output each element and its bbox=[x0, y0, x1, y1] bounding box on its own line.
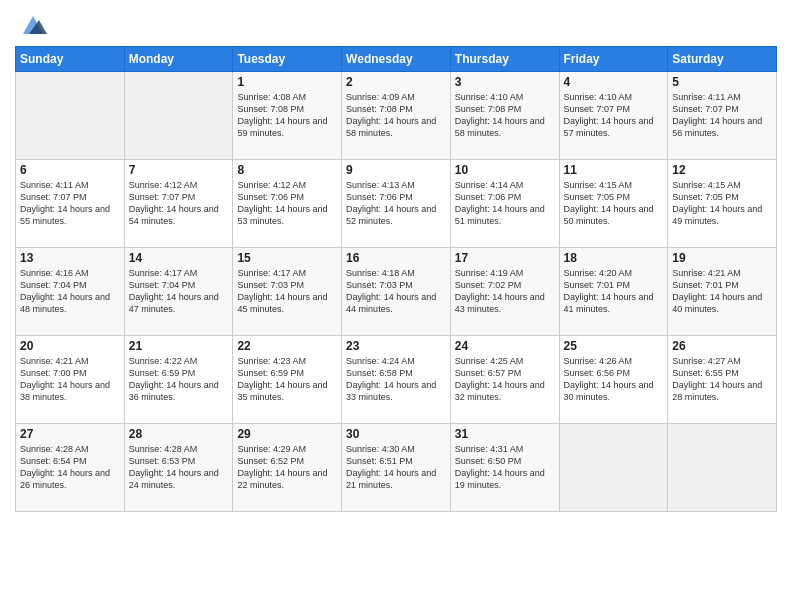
day-number: 5 bbox=[672, 75, 772, 89]
cell-content: Sunrise: 4:26 AMSunset: 6:56 PMDaylight:… bbox=[564, 355, 664, 404]
day-number: 18 bbox=[564, 251, 664, 265]
calendar-table: SundayMondayTuesdayWednesdayThursdayFrid… bbox=[15, 46, 777, 512]
calendar-cell: 18 Sunrise: 4:20 AMSunset: 7:01 PMDaylig… bbox=[559, 248, 668, 336]
calendar-cell: 1 Sunrise: 4:08 AMSunset: 7:08 PMDayligh… bbox=[233, 72, 342, 160]
cell-content: Sunrise: 4:10 AMSunset: 7:07 PMDaylight:… bbox=[564, 91, 664, 140]
calendar-cell: 22 Sunrise: 4:23 AMSunset: 6:59 PMDaylig… bbox=[233, 336, 342, 424]
cell-content: Sunrise: 4:13 AMSunset: 7:06 PMDaylight:… bbox=[346, 179, 446, 228]
weekday-header-row: SundayMondayTuesdayWednesdayThursdayFrid… bbox=[16, 47, 777, 72]
day-number: 10 bbox=[455, 163, 555, 177]
calendar-cell bbox=[668, 424, 777, 512]
cell-content: Sunrise: 4:23 AMSunset: 6:59 PMDaylight:… bbox=[237, 355, 337, 404]
day-number: 26 bbox=[672, 339, 772, 353]
page: SundayMondayTuesdayWednesdayThursdayFrid… bbox=[0, 0, 792, 612]
cell-content: Sunrise: 4:17 AMSunset: 7:03 PMDaylight:… bbox=[237, 267, 337, 316]
day-number: 17 bbox=[455, 251, 555, 265]
calendar-cell: 3 Sunrise: 4:10 AMSunset: 7:08 PMDayligh… bbox=[450, 72, 559, 160]
day-number: 25 bbox=[564, 339, 664, 353]
weekday-header-tuesday: Tuesday bbox=[233, 47, 342, 72]
cell-content: Sunrise: 4:12 AMSunset: 7:06 PMDaylight:… bbox=[237, 179, 337, 228]
cell-content: Sunrise: 4:16 AMSunset: 7:04 PMDaylight:… bbox=[20, 267, 120, 316]
day-number: 12 bbox=[672, 163, 772, 177]
logo-icon bbox=[19, 10, 47, 38]
weekday-header-thursday: Thursday bbox=[450, 47, 559, 72]
day-number: 22 bbox=[237, 339, 337, 353]
day-number: 31 bbox=[455, 427, 555, 441]
day-number: 9 bbox=[346, 163, 446, 177]
day-number: 8 bbox=[237, 163, 337, 177]
day-number: 15 bbox=[237, 251, 337, 265]
calendar-cell: 6 Sunrise: 4:11 AMSunset: 7:07 PMDayligh… bbox=[16, 160, 125, 248]
calendar-cell: 31 Sunrise: 4:31 AMSunset: 6:50 PMDaylig… bbox=[450, 424, 559, 512]
calendar-week-5: 27 Sunrise: 4:28 AMSunset: 6:54 PMDaylig… bbox=[16, 424, 777, 512]
calendar-cell: 29 Sunrise: 4:29 AMSunset: 6:52 PMDaylig… bbox=[233, 424, 342, 512]
header bbox=[15, 10, 777, 38]
calendar-cell: 20 Sunrise: 4:21 AMSunset: 7:00 PMDaylig… bbox=[16, 336, 125, 424]
calendar-cell: 2 Sunrise: 4:09 AMSunset: 7:08 PMDayligh… bbox=[342, 72, 451, 160]
day-number: 13 bbox=[20, 251, 120, 265]
calendar-cell: 11 Sunrise: 4:15 AMSunset: 7:05 PMDaylig… bbox=[559, 160, 668, 248]
cell-content: Sunrise: 4:25 AMSunset: 6:57 PMDaylight:… bbox=[455, 355, 555, 404]
calendar-cell: 13 Sunrise: 4:16 AMSunset: 7:04 PMDaylig… bbox=[16, 248, 125, 336]
cell-content: Sunrise: 4:20 AMSunset: 7:01 PMDaylight:… bbox=[564, 267, 664, 316]
calendar-cell: 12 Sunrise: 4:15 AMSunset: 7:05 PMDaylig… bbox=[668, 160, 777, 248]
day-number: 6 bbox=[20, 163, 120, 177]
cell-content: Sunrise: 4:11 AMSunset: 7:07 PMDaylight:… bbox=[672, 91, 772, 140]
cell-content: Sunrise: 4:27 AMSunset: 6:55 PMDaylight:… bbox=[672, 355, 772, 404]
logo bbox=[15, 10, 47, 38]
day-number: 1 bbox=[237, 75, 337, 89]
cell-content: Sunrise: 4:19 AMSunset: 7:02 PMDaylight:… bbox=[455, 267, 555, 316]
cell-content: Sunrise: 4:24 AMSunset: 6:58 PMDaylight:… bbox=[346, 355, 446, 404]
calendar-cell: 17 Sunrise: 4:19 AMSunset: 7:02 PMDaylig… bbox=[450, 248, 559, 336]
day-number: 4 bbox=[564, 75, 664, 89]
day-number: 27 bbox=[20, 427, 120, 441]
calendar-cell bbox=[559, 424, 668, 512]
cell-content: Sunrise: 4:08 AMSunset: 7:08 PMDaylight:… bbox=[237, 91, 337, 140]
cell-content: Sunrise: 4:28 AMSunset: 6:54 PMDaylight:… bbox=[20, 443, 120, 492]
cell-content: Sunrise: 4:10 AMSunset: 7:08 PMDaylight:… bbox=[455, 91, 555, 140]
calendar-cell: 25 Sunrise: 4:26 AMSunset: 6:56 PMDaylig… bbox=[559, 336, 668, 424]
weekday-header-monday: Monday bbox=[124, 47, 233, 72]
cell-content: Sunrise: 4:21 AMSunset: 7:00 PMDaylight:… bbox=[20, 355, 120, 404]
cell-content: Sunrise: 4:31 AMSunset: 6:50 PMDaylight:… bbox=[455, 443, 555, 492]
day-number: 24 bbox=[455, 339, 555, 353]
day-number: 7 bbox=[129, 163, 229, 177]
calendar-cell: 27 Sunrise: 4:28 AMSunset: 6:54 PMDaylig… bbox=[16, 424, 125, 512]
calendar-cell: 19 Sunrise: 4:21 AMSunset: 7:01 PMDaylig… bbox=[668, 248, 777, 336]
calendar-cell: 24 Sunrise: 4:25 AMSunset: 6:57 PMDaylig… bbox=[450, 336, 559, 424]
cell-content: Sunrise: 4:18 AMSunset: 7:03 PMDaylight:… bbox=[346, 267, 446, 316]
calendar-cell: 4 Sunrise: 4:10 AMSunset: 7:07 PMDayligh… bbox=[559, 72, 668, 160]
calendar-week-2: 6 Sunrise: 4:11 AMSunset: 7:07 PMDayligh… bbox=[16, 160, 777, 248]
day-number: 23 bbox=[346, 339, 446, 353]
cell-content: Sunrise: 4:17 AMSunset: 7:04 PMDaylight:… bbox=[129, 267, 229, 316]
day-number: 11 bbox=[564, 163, 664, 177]
cell-content: Sunrise: 4:12 AMSunset: 7:07 PMDaylight:… bbox=[129, 179, 229, 228]
weekday-header-sunday: Sunday bbox=[16, 47, 125, 72]
calendar-cell: 14 Sunrise: 4:17 AMSunset: 7:04 PMDaylig… bbox=[124, 248, 233, 336]
calendar-cell: 30 Sunrise: 4:30 AMSunset: 6:51 PMDaylig… bbox=[342, 424, 451, 512]
cell-content: Sunrise: 4:22 AMSunset: 6:59 PMDaylight:… bbox=[129, 355, 229, 404]
cell-content: Sunrise: 4:09 AMSunset: 7:08 PMDaylight:… bbox=[346, 91, 446, 140]
calendar-week-4: 20 Sunrise: 4:21 AMSunset: 7:00 PMDaylig… bbox=[16, 336, 777, 424]
cell-content: Sunrise: 4:29 AMSunset: 6:52 PMDaylight:… bbox=[237, 443, 337, 492]
day-number: 30 bbox=[346, 427, 446, 441]
day-number: 2 bbox=[346, 75, 446, 89]
calendar-cell: 15 Sunrise: 4:17 AMSunset: 7:03 PMDaylig… bbox=[233, 248, 342, 336]
calendar-cell: 10 Sunrise: 4:14 AMSunset: 7:06 PMDaylig… bbox=[450, 160, 559, 248]
calendar-cell: 21 Sunrise: 4:22 AMSunset: 6:59 PMDaylig… bbox=[124, 336, 233, 424]
cell-content: Sunrise: 4:21 AMSunset: 7:01 PMDaylight:… bbox=[672, 267, 772, 316]
weekday-header-saturday: Saturday bbox=[668, 47, 777, 72]
calendar-week-1: 1 Sunrise: 4:08 AMSunset: 7:08 PMDayligh… bbox=[16, 72, 777, 160]
calendar-cell bbox=[124, 72, 233, 160]
day-number: 28 bbox=[129, 427, 229, 441]
cell-content: Sunrise: 4:28 AMSunset: 6:53 PMDaylight:… bbox=[129, 443, 229, 492]
calendar-cell: 8 Sunrise: 4:12 AMSunset: 7:06 PMDayligh… bbox=[233, 160, 342, 248]
calendar-cell: 5 Sunrise: 4:11 AMSunset: 7:07 PMDayligh… bbox=[668, 72, 777, 160]
cell-content: Sunrise: 4:15 AMSunset: 7:05 PMDaylight:… bbox=[672, 179, 772, 228]
calendar-cell: 26 Sunrise: 4:27 AMSunset: 6:55 PMDaylig… bbox=[668, 336, 777, 424]
day-number: 14 bbox=[129, 251, 229, 265]
weekday-header-wednesday: Wednesday bbox=[342, 47, 451, 72]
cell-content: Sunrise: 4:15 AMSunset: 7:05 PMDaylight:… bbox=[564, 179, 664, 228]
calendar-cell: 7 Sunrise: 4:12 AMSunset: 7:07 PMDayligh… bbox=[124, 160, 233, 248]
calendar-week-3: 13 Sunrise: 4:16 AMSunset: 7:04 PMDaylig… bbox=[16, 248, 777, 336]
